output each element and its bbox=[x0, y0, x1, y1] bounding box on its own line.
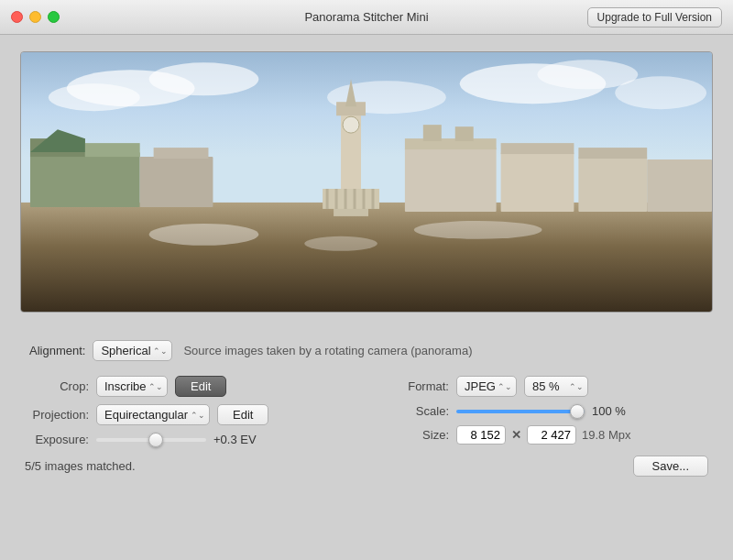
crop-edit-button[interactable]: Edit bbox=[175, 376, 226, 397]
scale-value: 100 % bbox=[592, 404, 633, 418]
svg-point-4 bbox=[149, 62, 259, 95]
svg-rect-35 bbox=[647, 159, 712, 212]
svg-rect-1 bbox=[21, 203, 712, 312]
upgrade-button[interactable]: Upgrade to Full Version bbox=[587, 7, 722, 27]
size-width-input[interactable]: 8 152 bbox=[456, 425, 506, 445]
svg-rect-32 bbox=[501, 143, 574, 154]
save-button[interactable]: Save... bbox=[633, 456, 708, 477]
projection-select[interactable]: Equirectangular bbox=[96, 404, 210, 425]
svg-rect-11 bbox=[85, 143, 140, 157]
size-height-input[interactable]: 2 427 bbox=[527, 425, 576, 445]
svg-rect-29 bbox=[423, 125, 442, 141]
svg-point-18 bbox=[343, 116, 359, 133]
svg-rect-30 bbox=[455, 126, 474, 141]
crop-select[interactable]: Inscribe bbox=[96, 376, 168, 397]
projection-label: Projection: bbox=[20, 408, 89, 422]
svg-point-7 bbox=[615, 76, 706, 109]
alignment-select-wrap[interactable]: Spherical bbox=[93, 340, 172, 361]
preview-container bbox=[20, 51, 713, 313]
svg-rect-14 bbox=[154, 148, 209, 159]
alignment-row: Alignment: Spherical Source images taken… bbox=[20, 340, 713, 361]
size-row: Size: 8 152 ✕ 2 427 19.8 Mpx bbox=[380, 425, 713, 445]
svg-rect-27 bbox=[405, 148, 497, 212]
size-label: Size: bbox=[380, 428, 449, 442]
bottom-controls: Crop: Inscribe Edit Projection: Equirect… bbox=[20, 376, 713, 446]
projection-edit-button[interactable]: Edit bbox=[217, 404, 268, 425]
exposure-slider[interactable] bbox=[96, 438, 206, 442]
scale-label: Scale: bbox=[380, 404, 449, 418]
svg-point-37 bbox=[414, 221, 542, 239]
projection-select-wrap[interactable]: Equirectangular bbox=[96, 404, 210, 425]
svg-rect-28 bbox=[405, 138, 497, 149]
controls-panel: Alignment: Spherical Source images taken… bbox=[20, 331, 713, 486]
svg-rect-13 bbox=[140, 157, 213, 207]
size-mpx: 19.8 Mpx bbox=[582, 428, 637, 442]
main-content: Alignment: Spherical Source images taken… bbox=[0, 35, 733, 560]
quality-select[interactable]: 85 % bbox=[524, 376, 588, 397]
alignment-label: Alignment: bbox=[29, 344, 85, 357]
scale-slider-wrap bbox=[456, 410, 585, 413]
quality-select-wrap[interactable]: 85 % bbox=[524, 376, 588, 397]
scale-row: Scale: 100 % bbox=[380, 404, 713, 418]
titlebar: Panorama Stitcher Mini Upgrade to Full V… bbox=[0, 0, 733, 35]
projection-row: Projection: Equirectangular Edit bbox=[20, 404, 353, 425]
size-display: 8 152 ✕ 2 427 19.8 Mpx bbox=[456, 425, 637, 445]
alignment-select[interactable]: Spherical bbox=[93, 340, 172, 361]
svg-point-3 bbox=[49, 83, 140, 111]
panorama-preview bbox=[21, 52, 712, 312]
right-controls: Format: JPEG 85 % Scale: bbox=[380, 376, 713, 445]
exposure-value: +0.3 EV bbox=[213, 433, 257, 446]
format-row: Format: JPEG 85 % bbox=[380, 376, 713, 397]
svg-rect-34 bbox=[578, 148, 647, 159]
exposure-row: Exposure: +0.3 EV bbox=[20, 433, 353, 446]
format-select-wrap[interactable]: JPEG bbox=[456, 376, 517, 397]
alignment-description: Source images taken by a rotating camera… bbox=[183, 344, 472, 357]
status-row: 5/5 images matched. Save... bbox=[20, 456, 713, 477]
svg-rect-33 bbox=[578, 157, 647, 212]
status-text: 5/5 images matched. bbox=[25, 459, 136, 473]
format-select[interactable]: JPEG bbox=[456, 376, 517, 397]
svg-point-36 bbox=[149, 224, 259, 246]
window-controls bbox=[11, 11, 60, 23]
maximize-button[interactable] bbox=[48, 11, 60, 23]
times-sign: ✕ bbox=[511, 428, 521, 442]
crop-select-wrap[interactable]: Inscribe bbox=[96, 376, 168, 397]
exposure-slider-wrap bbox=[96, 438, 206, 442]
close-button[interactable] bbox=[11, 11, 23, 23]
crop-label: Crop: bbox=[20, 379, 89, 393]
exposure-label: Exposure: bbox=[20, 433, 89, 446]
left-controls: Crop: Inscribe Edit Projection: Equirect… bbox=[20, 376, 353, 446]
scale-slider[interactable] bbox=[456, 410, 585, 413]
svg-rect-20 bbox=[323, 189, 379, 209]
format-label: Format: bbox=[380, 379, 449, 393]
svg-rect-9 bbox=[30, 152, 140, 207]
crop-row: Crop: Inscribe Edit bbox=[20, 376, 353, 397]
svg-point-38 bbox=[304, 236, 377, 251]
svg-rect-31 bbox=[501, 152, 574, 212]
minimize-button[interactable] bbox=[29, 11, 41, 23]
window-title: Panorama Stitcher Mini bbox=[304, 10, 428, 24]
